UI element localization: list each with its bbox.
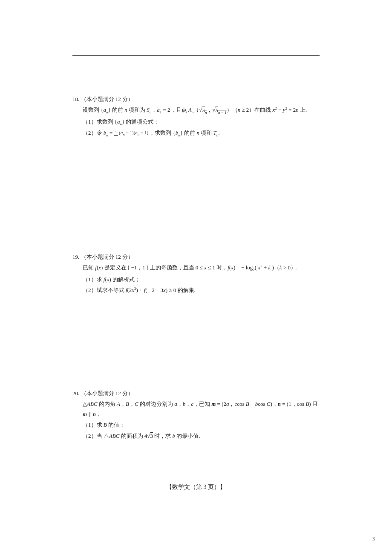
problem-19-q1: （1）求 f(x) 的解析式； (83, 275, 320, 284)
problem-20-line1: △ABC 的内角 A，B，C 的对边分别为 a，b，c，已知 m = (2a，c… (83, 399, 320, 419)
page-footer: 【数学文（第 3 页）】 (0, 483, 392, 491)
fraction: 1(an − 1)(an + 1) (114, 130, 150, 137)
problem-18-q2: （2）令 bn = 1(an − 1)(an + 1)，求数列 {bn} 的前 … (83, 128, 320, 139)
problem-head: （本小题满分 12 分） (81, 96, 134, 102)
problem-20-q2: （2）当 △ABC 的面积为 4√3 时，求 b 的最小值. (83, 431, 320, 441)
problem-head: （本小题满分 12 分） (81, 254, 134, 260)
problem-head: （本小题满分 12 分） (81, 390, 134, 396)
problem-number: 18. (72, 96, 79, 102)
problem-19-line1: 已知 f(x) 是定义在 [ −1，1 ] 上的奇函数，且当 0 ≤ x ≤ 1… (83, 263, 320, 273)
problem-number: 19. (72, 254, 79, 260)
problem-18-line1: 设数列 {an} 的前 n 项和为 Sn，a1 = 2，且点 An（√Sn，√S… (83, 105, 320, 116)
problem-19: 19. （本小题满分 12 分） 已知 f(x) 是定义在 [ −1，1 ] 上… (72, 252, 320, 371)
problem-18-heading: 18. （本小题满分 12 分） (72, 94, 320, 104)
top-rule (72, 55, 320, 56)
problem-18-q1: （1）求数列 {an} 的通项公式； (83, 117, 320, 127)
problem-number: 20. (72, 390, 79, 396)
problem-20: 20. （本小题满分 12 分） △ABC 的内角 A，B，C 的对边分别为 a… (72, 388, 320, 486)
problem-20-heading: 20. （本小题满分 12 分） (72, 388, 320, 398)
problem-18: 18. （本小题满分 12 分） 设数列 {an} 的前 n 项和为 Sn，a1… (72, 94, 320, 235)
problem-19-heading: 19. （本小题满分 12 分） (72, 252, 320, 262)
problem-20-q1: （1）求 B 的值； (83, 420, 320, 430)
page-number: 3 (372, 536, 375, 542)
problem-19-q2: （2）试求不等式 f(2x2) + f( −2 − 3x) ≥ 0 的解集. (83, 285, 320, 295)
exam-page: 18. （本小题满分 12 分） 设数列 {an} 的前 n 项和为 Sn，a1… (0, 0, 392, 529)
